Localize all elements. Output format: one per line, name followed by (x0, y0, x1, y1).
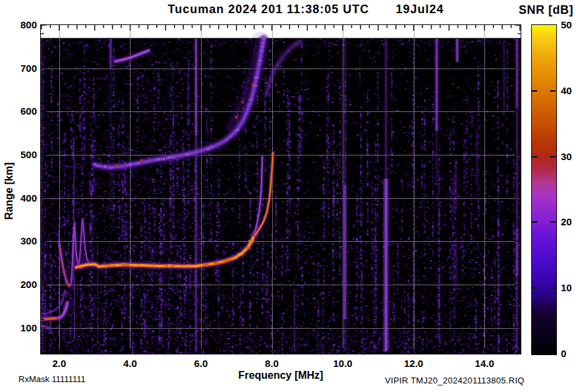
x-tick-label: 6.0 (181, 358, 221, 370)
colorbar-minor-tick (532, 287, 537, 289)
y-tick-label: 700 (0, 63, 37, 74)
y-axis-label: Range [km] (3, 155, 15, 227)
y-tick-label: 600 (0, 105, 37, 117)
colorbar-tick-label: 30 (561, 151, 576, 163)
x-tick-label: 8.0 (252, 358, 292, 370)
colorbar-tick-label: 20 (561, 216, 576, 228)
snr-colorbar (531, 24, 557, 355)
colorbar-tick-label: 40 (561, 85, 576, 97)
colorbar-minor-tick (532, 221, 537, 223)
ionogram-heatmap-canvas (41, 25, 521, 354)
y-tick-label: 200 (0, 279, 37, 291)
colorbar-minor-tick (550, 221, 556, 223)
plot-frame (40, 24, 521, 354)
x-tick-label: 2.0 (40, 358, 79, 370)
ionogram-app: Tucuman 2024 201 11:38:05 UTC19Jul24 SNR… (0, 0, 576, 392)
y-tick-label: 300 (0, 235, 37, 247)
colorbar-tick-label: 0 (561, 348, 576, 360)
colorbar-tick-label: 50 (561, 19, 576, 31)
colorbar-tick-label: 10 (561, 282, 576, 294)
y-tick-label: 100 (0, 322, 37, 334)
colorbar-minor-tick (532, 156, 537, 157)
file-id-label: VIPIR TMJ20_2024201113805.RIQ (385, 376, 525, 385)
x-tick-label: 14.0 (465, 358, 504, 370)
colorbar-minor-tick (550, 287, 556, 289)
y-tick-label: 800 (0, 19, 37, 31)
colorbar-minor-tick (550, 90, 556, 92)
colorbar-gradient (532, 25, 556, 354)
colorbar-title: SNR [dB] (519, 3, 573, 17)
x-tick-label: 12.0 (394, 358, 434, 370)
page-title: Tucuman 2024 201 11:38:05 UTC (168, 3, 370, 16)
x-tick-label: 10.0 (323, 358, 362, 370)
page-title-row: Tucuman 2024 201 11:38:05 UTC19Jul24 (66, 3, 546, 16)
x-tick-label: 4.0 (110, 358, 150, 370)
colorbar-minor-tick (532, 90, 537, 92)
date-label: 19Jul24 (395, 3, 444, 16)
rxmask-label: RxMask 11111111 (18, 374, 86, 384)
colorbar-minor-tick (550, 156, 556, 157)
